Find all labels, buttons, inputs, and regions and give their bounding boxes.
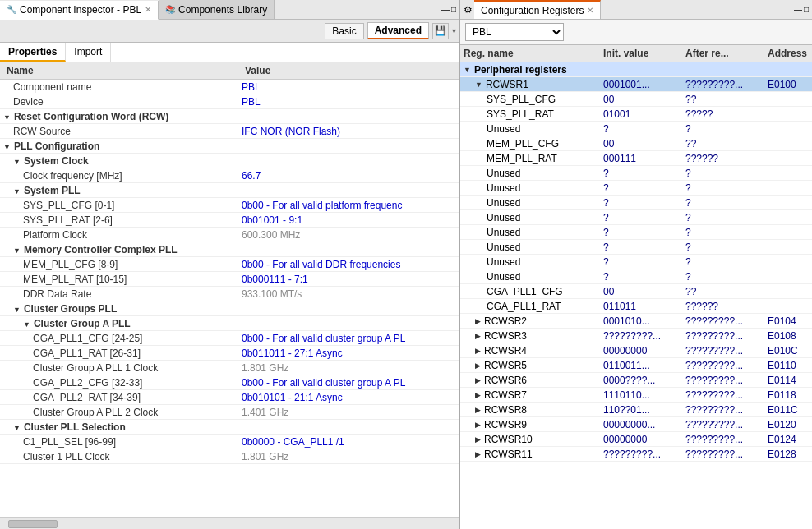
table-row[interactable]: ▼System Clock bbox=[0, 154, 459, 168]
reg-row[interactable]: CGA_PLL1_RAT011011?????? bbox=[460, 299, 812, 314]
advanced-button[interactable]: Advanced bbox=[367, 22, 429, 39]
reg-addr-cell: E0114 bbox=[764, 374, 812, 387]
table-row[interactable]: ▼PLL Configuration bbox=[0, 139, 459, 154]
triangle-right-icon[interactable]: ▶ bbox=[475, 317, 481, 325]
table-row[interactable]: DDR Data Rate933.100 MT/s bbox=[0, 287, 459, 301]
reg-row[interactable]: SYS_PLL_RAT01001????? bbox=[460, 107, 812, 122]
close-config-icon[interactable]: ✕ bbox=[587, 6, 593, 15]
triangle-icon[interactable]: ▼ bbox=[13, 187, 21, 196]
triangle-right-icon[interactable]: ▶ bbox=[475, 332, 481, 340]
table-row[interactable]: Component namePBL bbox=[0, 80, 459, 94]
prop-name-cell: C1_PLL_SEL [96-99] bbox=[0, 435, 238, 448]
table-row[interactable]: C1_PLL_SEL [96-99]0b0000 - CGA_PLL1 /1 bbox=[0, 435, 459, 449]
reg-row[interactable]: Unused?? bbox=[460, 166, 812, 181]
triangle-right-icon[interactable]: ▶ bbox=[475, 435, 481, 444]
table-row[interactable]: CGA_PLL2_CFG [32-33]0b00 - For all valid… bbox=[0, 375, 459, 390]
triangle-icon[interactable]: ▼ bbox=[3, 113, 11, 122]
reg-row[interactable]: ▶RCWSR20001010...?????????...E0104 bbox=[460, 314, 812, 329]
close-icon[interactable]: ✕ bbox=[145, 5, 151, 14]
table-row[interactable]: Cluster Group A PLL 2 Clock1.401 GHz bbox=[0, 405, 459, 420]
reg-row[interactable]: Unused?? bbox=[460, 225, 812, 240]
pbl-select[interactable]: PBL bbox=[465, 23, 564, 41]
triangle-right-icon[interactable]: ▶ bbox=[475, 406, 481, 414]
reg-row[interactable]: ▶RCWSR8110??01...?????????...E011C bbox=[460, 402, 812, 417]
table-row[interactable]: CGA_PLL1_CFG [24-25]0b00 - For all valid… bbox=[0, 331, 459, 346]
table-row[interactable]: ▼Cluster Groups PLL bbox=[0, 301, 459, 316]
table-row[interactable]: SYS_PLL_RAT [2-6]0b01001 - 9:1 bbox=[0, 213, 459, 228]
triangle-right-icon[interactable]: ▶ bbox=[475, 376, 481, 384]
reg-row[interactable]: Unused?? bbox=[460, 240, 812, 255]
triangle-right-icon[interactable]: ▶ bbox=[475, 421, 481, 429]
reg-row[interactable]: Unused?? bbox=[460, 255, 812, 269]
table-row[interactable]: MEM_PLL_CFG [8-9]0b00 - For all valid DD… bbox=[0, 257, 459, 272]
table-row[interactable]: DevicePBL bbox=[0, 94, 459, 109]
reg-row[interactable]: ▼Peripheral registers bbox=[460, 62, 812, 77]
triangle-icon[interactable]: ▼ bbox=[13, 424, 21, 432]
reg-row[interactable]: ▼RCWSR10001001...?????????...E0100 bbox=[460, 77, 812, 92]
minimize-btn[interactable]: — bbox=[441, 5, 450, 14]
triangle-right-icon[interactable]: ▶ bbox=[475, 361, 481, 370]
table-row[interactable]: ▼System PLL bbox=[0, 183, 459, 198]
save-icon[interactable]: 💾 bbox=[432, 23, 449, 39]
reg-init-cell: 0001010... bbox=[600, 315, 682, 328]
chevron-down-icon[interactable]: ▾ bbox=[452, 26, 456, 35]
reg-row[interactable]: ▶RCWSR11?????????...?????????...E0128 bbox=[460, 447, 812, 462]
tab-config-registers[interactable]: Configuration Registers ✕ bbox=[474, 0, 601, 19]
table-row[interactable]: Cluster Group A PLL 1 Clock1.801 GHz bbox=[0, 361, 459, 375]
table-row[interactable]: CGA_PLL2_RAT [34-39]0b010101 - 21:1 Asyn… bbox=[0, 390, 459, 405]
reg-row[interactable]: ▶RCWSR1000000000?????????...E0124 bbox=[460, 432, 812, 447]
reg-row[interactable]: Unused?? bbox=[460, 122, 812, 136]
table-row[interactable]: CGA_PLL1_RAT [26-31]0b011011 - 27:1 Asyn… bbox=[0, 346, 459, 361]
reg-row[interactable]: Unused?? bbox=[460, 210, 812, 225]
table-row[interactable]: Clock frequency [MHz]66.7 bbox=[0, 168, 459, 183]
reg-row[interactable]: Unused?? bbox=[460, 181, 812, 196]
tab-component-inspector[interactable]: 🔧 Component Inspector - PBL ✕ bbox=[0, 1, 159, 20]
reg-row[interactable]: ▶RCWSR400000000?????????...E010C bbox=[460, 343, 812, 358]
reg-row[interactable]: ▶RCWSR60000????...?????????...E0114 bbox=[460, 373, 812, 388]
horizontal-scrollbar[interactable] bbox=[0, 518, 459, 529]
triangle-icon[interactable]: ▼ bbox=[13, 158, 21, 166]
table-row[interactable]: Platform Clock600.300 MHz bbox=[0, 228, 459, 242]
reg-row[interactable]: MEM_PLL_CFG00?? bbox=[460, 136, 812, 151]
triangle-right-icon[interactable]: ▶ bbox=[475, 391, 481, 399]
reg-row[interactable]: SYS_PLL_CFG00?? bbox=[460, 92, 812, 107]
table-row[interactable]: ▼Memory Controller Complex PLL bbox=[0, 242, 459, 257]
tab-components-library[interactable]: 📚 Components Library bbox=[159, 0, 275, 19]
basic-button[interactable]: Basic bbox=[325, 23, 363, 39]
reg-row[interactable]: Unused?? bbox=[460, 196, 812, 210]
reg-row[interactable]: ▶RCWSR50110011...?????????...E0110 bbox=[460, 358, 812, 373]
triangle-icon[interactable]: ▼ bbox=[13, 306, 21, 314]
prop-name-cell: CGA_PLL1_RAT [26-31] bbox=[0, 347, 238, 360]
triangle-right-icon[interactable]: ▶ bbox=[475, 347, 481, 355]
reg-content[interactable]: ▼Peripheral registers▼RCWSR10001001...??… bbox=[460, 62, 812, 529]
tab-properties[interactable]: Properties bbox=[0, 43, 66, 62]
maximize-btn[interactable]: □ bbox=[451, 5, 456, 14]
right-maximize-btn[interactable]: □ bbox=[804, 5, 809, 14]
triangle-icon[interactable]: ▼ bbox=[13, 246, 21, 255]
triangle-down-icon[interactable]: ▼ bbox=[475, 80, 482, 89]
reg-row[interactable]: MEM_PLL_RAT000111?????? bbox=[460, 151, 812, 166]
reg-row[interactable]: ▶RCWSR71110110...?????????...E0118 bbox=[460, 388, 812, 402]
table-row[interactable]: Cluster 1 PLL Clock1.801 GHz bbox=[0, 449, 459, 464]
reg-init-cell: 00000000 bbox=[600, 433, 682, 446]
prop-value-cell bbox=[238, 308, 459, 310]
table-row[interactable]: MEM_PLL_RAT [10-15]0b000111 - 7:1 bbox=[0, 272, 459, 287]
table-row[interactable]: ▼Reset Configuration Word (RCW) bbox=[0, 109, 459, 124]
reg-after-cell: ? bbox=[682, 226, 764, 239]
table-row[interactable]: ▼Cluster Group A PLL bbox=[0, 316, 459, 331]
table-row[interactable]: RCW SourceIFC NOR (NOR Flash) bbox=[0, 124, 459, 139]
triangle-down-icon[interactable]: ▼ bbox=[464, 66, 471, 74]
reg-name-cell: ▶RCWSR8 bbox=[460, 403, 600, 416]
reg-row[interactable]: ▶RCWSR3?????????...?????????...E0108 bbox=[460, 329, 812, 343]
table-row[interactable]: SYS_PLL_CFG [0-1]0b00 - For all valid pl… bbox=[0, 198, 459, 213]
reg-row[interactable]: Unused?? bbox=[460, 269, 812, 284]
triangle-icon[interactable]: ▼ bbox=[3, 143, 11, 151]
tab-import[interactable]: Import bbox=[66, 43, 111, 62]
reg-row[interactable]: ▶RCWSR900000000...?????????...E0120 bbox=[460, 417, 812, 432]
reg-row[interactable]: CGA_PLL1_CFG00?? bbox=[460, 284, 812, 299]
props-content[interactable]: Component namePBLDevicePBL▼Reset Configu… bbox=[0, 80, 459, 518]
triangle-icon[interactable]: ▼ bbox=[23, 320, 30, 329]
table-row[interactable]: ▼Cluster PLL Selection bbox=[0, 420, 459, 435]
triangle-right-icon[interactable]: ▶ bbox=[475, 450, 481, 458]
right-minimize-btn[interactable]: — bbox=[794, 5, 802, 14]
